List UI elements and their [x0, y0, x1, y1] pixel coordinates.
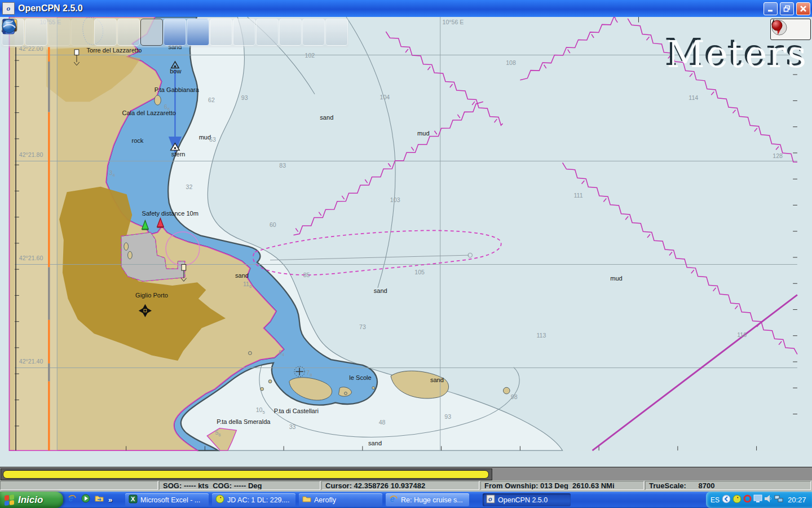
taskbar-task-re-huge[interactable]: eRe: Huge cruise s...: [386, 493, 469, 506]
depth-sounding: 63: [209, 136, 216, 143]
true-scale-field: TrueScale: 8700: [645, 481, 811, 490]
quick-launch-explorer-icon[interactable]: [95, 494, 104, 505]
tray-volume-icon[interactable]: [764, 494, 773, 505]
scale-chart-in-button: [71, 19, 94, 46]
place-label: P.ta Gabbianara: [155, 86, 200, 93]
taskbar-clock[interactable]: 20:27: [788, 496, 806, 504]
depth-sounding: 83: [279, 162, 286, 169]
system-tray: ES 20:27: [706, 492, 812, 508]
opencpn-icon: o: [486, 494, 495, 505]
options-button[interactable]: [210, 19, 232, 46]
auto-follow-button[interactable]: [117, 19, 140, 46]
seabed-label: sand: [374, 287, 387, 294]
quick-launch-media-icon[interactable]: [81, 494, 90, 505]
chart-bar-frame: [1, 468, 492, 480]
language-indicator[interactable]: ES: [710, 496, 720, 504]
start-label: Inicio: [18, 494, 43, 506]
depth-sounding: 98: [511, 393, 518, 400]
create-route-button[interactable]: [94, 19, 117, 46]
compass-panel: [770, 19, 811, 40]
seabed-label: mud: [610, 275, 623, 282]
depth-sounding: 108: [506, 59, 516, 66]
quick-launch-ie-icon[interactable]: e: [68, 494, 77, 505]
depth-sounding: 113: [537, 332, 546, 339]
place-label: P.ta della Smeralda: [217, 418, 271, 425]
depth-sounding: 60: [270, 221, 276, 228]
close-button[interactable]: [796, 2, 810, 15]
ie-icon: e: [389, 494, 398, 505]
emule-icon: [215, 494, 224, 505]
place-label: stern: [171, 151, 186, 157]
depth-sounding: 128: [773, 152, 783, 159]
show-tides-button[interactable]: [187, 19, 209, 46]
depth-sounding: 111: [573, 192, 582, 199]
depth-sounding: 33: [289, 424, 296, 431]
longitude-label: 10°56 E: [443, 19, 464, 25]
taskbar-task-opencpn-2[interactable]: oOpenCPN 2.5.0: [483, 493, 571, 506]
depth-sounding: 105: [414, 269, 425, 275]
seabed-label: sand: [430, 376, 444, 383]
place-label: Giglio Porto: [135, 292, 168, 299]
from-ownship-field: From Ownship: 013 Deg 2610.63 NMi: [480, 481, 644, 490]
gps-status-icon: [771, 19, 783, 32]
window-title: OpenCPN 2.5.0: [18, 3, 83, 14]
latitude-label: 42°21.80: [19, 151, 43, 158]
minimize-button[interactable]: [764, 2, 778, 15]
chart-area[interactable]: 42°22.0042°21.8042°21.6042°21.4010°55 E1…: [0, 17, 812, 467]
enc-text-button[interactable]: A+: [140, 19, 163, 46]
track-button[interactable]: [233, 19, 255, 46]
depth-sounding: 104: [380, 94, 390, 100]
depth-sounding: 93: [444, 413, 451, 420]
place-label: bow: [170, 68, 182, 75]
message-field: [0, 481, 158, 490]
depth-sounding: 62: [208, 97, 215, 103]
depth-sounding: 73: [359, 323, 366, 330]
zoom-out-button[interactable]: [25, 19, 47, 46]
tray-display-icon[interactable]: [753, 494, 762, 505]
tray-network-icon[interactable]: [774, 494, 783, 505]
help-button[interactable]: ?: [302, 19, 325, 46]
tray-emule-icon[interactable]: [732, 494, 742, 506]
opencpn-app-icon: o: [2, 2, 15, 15]
taskbar-task-jd-ac[interactable]: JD AC: 1 DL: 229....: [212, 493, 295, 506]
depth-sounding: 114: [689, 94, 698, 101]
quick-launch: e»: [68, 494, 112, 505]
place-label: Torre del Lazzaretto: [87, 47, 142, 54]
latitude-label: 42°21.60: [19, 255, 43, 261]
title-bar[interactable]: o OpenCPN 2.5.0: [0, 0, 812, 17]
svg-text:X: X: [131, 496, 135, 502]
ais-button[interactable]: [279, 19, 302, 46]
taskbar-task-microsoft-excel[interactable]: XMicrosoft Excel - ...: [125, 493, 209, 506]
taskbar-task-aerofly[interactable]: Aerofly: [299, 493, 382, 506]
excel-icon: X: [129, 494, 138, 505]
depth-sounding: 85: [303, 271, 310, 278]
depth-sounding: 116: [737, 331, 747, 338]
depth-sounding: 93: [241, 94, 248, 101]
start-button[interactable]: Inicio: [0, 492, 63, 508]
depth-sounding: 103: [390, 196, 400, 203]
color-scheme-button[interactable]: [256, 19, 279, 46]
depth-sounding: 102: [305, 52, 315, 59]
main-toolbar: A+?: [1, 18, 348, 47]
restore-button[interactable]: [780, 2, 794, 15]
seabed-label: sand: [235, 272, 249, 279]
place-label: P.ta di Castellari: [274, 408, 319, 414]
seabed-label: rock: [131, 137, 143, 144]
active-chart-button[interactable]: [3, 470, 489, 479]
show-currents-button[interactable]: [164, 19, 186, 46]
sog-cog-field: SOG: ----- kts COG: ----- Deg: [159, 481, 320, 490]
tray-hide-chevron-icon[interactable]: [722, 494, 731, 506]
seabed-label: sand: [368, 440, 382, 446]
google-earth-button[interactable]: [325, 19, 348, 46]
opencpn-window: o OpenCPN 2.5.0: [0, 0, 812, 508]
depth-sounding: 32: [186, 184, 193, 191]
cursor-position-field: Cursor: 42.358726 10.937482: [321, 481, 479, 490]
taskbar: Inicio e» XMicrosoft Excel - ...JD AC: 1…: [0, 492, 812, 508]
seabed-label: mud: [417, 130, 430, 137]
tray-opera-icon[interactable]: [743, 494, 752, 505]
folder-icon: [302, 494, 311, 505]
chart-canvas[interactable]: 42°22.0042°21.8042°21.6042°21.4010°55 E1…: [0, 17, 812, 467]
chart-stack-bar[interactable]: [0, 467, 812, 481]
status-bar: SOG: ----- kts COG: ----- DegCursor: 42.…: [0, 480, 812, 492]
quick-launch-overflow[interactable]: »: [108, 496, 112, 504]
